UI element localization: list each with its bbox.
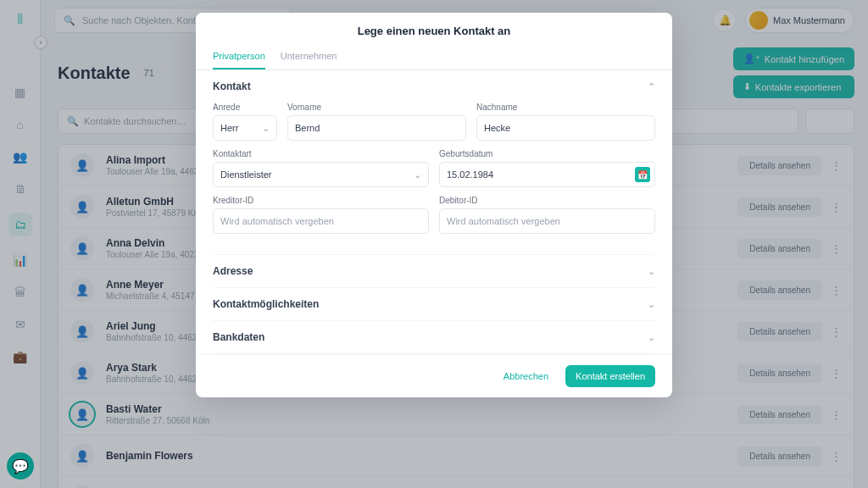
tab-privatperson[interactable]: Privatperson — [213, 46, 265, 69]
section-bank-header[interactable]: Bankdaten⌄ — [213, 321, 655, 353]
nachname-input[interactable] — [476, 115, 655, 141]
chevron-down-icon: ⌄ — [648, 332, 655, 343]
section-kontakt-header[interactable]: Kontakt ⌃ — [213, 70, 655, 103]
modal-title: Lege einen neuen Kontakt an — [196, 13, 672, 46]
kontaktart-select[interactable]: Dienstleister⌄ — [213, 162, 429, 187]
submit-button[interactable]: Kontakt erstellen — [565, 365, 655, 387]
chat-fab[interactable]: 💬 — [7, 452, 34, 480]
new-contact-modal: Lege einen neuen Kontakt an Privatperson… — [196, 13, 672, 397]
tab-unternehmen[interactable]: Unternehmen — [281, 46, 337, 69]
modal-overlay[interactable]: Lege einen neuen Kontakt an Privatperson… — [0, 0, 868, 488]
geburtsdatum-input[interactable] — [439, 162, 655, 187]
chevron-down-icon: ⌄ — [648, 299, 655, 310]
calendar-icon[interactable]: 📅 — [635, 167, 650, 182]
kreditor-input[interactable] — [213, 208, 429, 234]
anrede-select[interactable]: Herr⌄ — [213, 115, 277, 141]
section-adresse-header[interactable]: Adresse⌄ — [213, 255, 655, 287]
chevron-up-icon: ⌃ — [648, 81, 655, 92]
cancel-button[interactable]: Abbrechen — [495, 365, 557, 387]
chevron-down-icon: ⌄ — [648, 266, 655, 277]
vorname-input[interactable] — [287, 115, 466, 141]
section-kontaktm-header[interactable]: Kontaktmöglichkeiten⌄ — [213, 288, 655, 320]
debitor-input[interactable] — [439, 208, 655, 234]
